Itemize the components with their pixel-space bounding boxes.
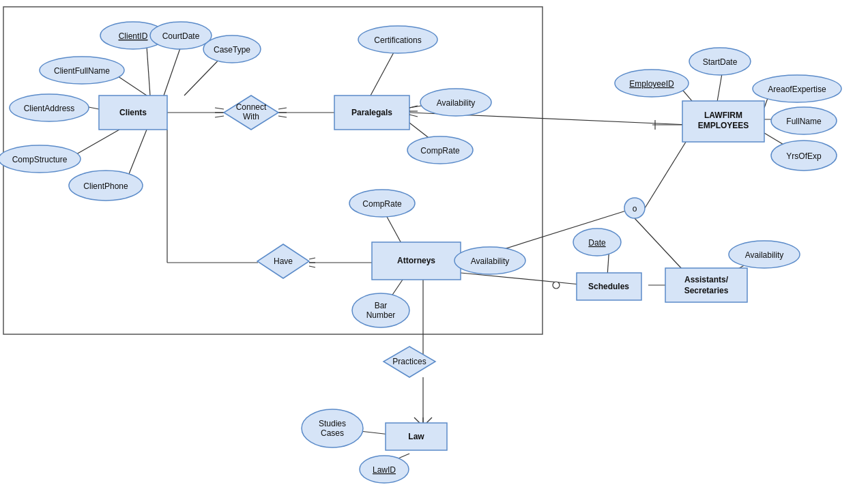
- line-attorneys-schedules: [461, 273, 587, 285]
- attr-barnumber-label1: Bar: [375, 301, 388, 310]
- entity-assistants: [665, 268, 747, 302]
- line-lawfirm-o: [645, 136, 689, 208]
- attr-comprate-para-label: CompRate: [420, 146, 460, 156]
- attr-clientid-label: ClientID: [119, 31, 148, 41]
- attr-employeeid-label: EmployeeID: [629, 79, 674, 89]
- attr-startdate-label: StartDate: [703, 57, 738, 67]
- er-diagram: Clients Paralegals Attorneys LAWFIRM EMP…: [0, 0, 868, 485]
- attr-barnumber-label2: Number: [366, 310, 396, 320]
- crow-prac3: [426, 417, 432, 423]
- attr-clientphone-label: ClientPhone: [83, 181, 128, 191]
- crow6: [278, 116, 287, 117]
- attr-yrsofexp-label: YrsOfExp: [786, 151, 822, 161]
- crow7: [309, 258, 315, 259]
- attr-comprate-att-label: CompRate: [362, 199, 402, 209]
- line-cert-para: [371, 51, 394, 95]
- rel-overlap-label: o: [633, 204, 637, 214]
- attr-courtdate-label: CourtDate: [162, 31, 200, 41]
- entity-schedules-label: Schedules: [588, 282, 629, 291]
- entity-attorneys-label: Attorneys: [397, 256, 435, 265]
- attr-casetype-label: CaseType: [214, 45, 250, 55]
- attr-clientfullname-label: ClientFullName: [54, 66, 110, 76]
- crow-prac1: [414, 417, 420, 423]
- many-para3: [409, 115, 418, 117]
- crow4: [278, 108, 287, 109]
- attr-compstructure-label: CompStructure: [12, 155, 68, 164]
- entity-paralegals-label: Paralegals: [351, 108, 392, 117]
- attr-avail-asst-label: Availability: [745, 250, 783, 260]
- crow9: [309, 266, 315, 267]
- attr-studiescases-label1: Studies: [319, 419, 346, 428]
- entity-law-label: Law: [408, 432, 424, 441]
- attr-certifications-label: Certifications: [374, 35, 421, 45]
- line-o-assistants: [635, 218, 682, 269]
- entity-clients-label: Clients: [119, 108, 147, 117]
- attr-fullname-label: FullName: [786, 117, 822, 126]
- rel-have-label: Have: [274, 256, 293, 266]
- attr-avail-att-label: Availability: [471, 256, 509, 266]
- entity-assistants-label1: Assistants/: [684, 275, 729, 284]
- entity-assistants-label2: Secretaries: [684, 286, 729, 295]
- attr-clientaddress-label: ClientAddress: [24, 104, 75, 113]
- attr-lawid-label: LawID: [373, 465, 396, 475]
- crow3: [215, 116, 224, 117]
- line-courtdate-clients: [164, 46, 181, 95]
- rel-connectwith-label2: With: [243, 112, 259, 121]
- line-phone-clients: [126, 130, 147, 181]
- rel-practices-label: Practices: [392, 357, 426, 366]
- entity-lawfirm-label1: LAWFIRM: [704, 111, 742, 120]
- line-comp-clients: [72, 130, 119, 157]
- zero-circle-sched: [553, 282, 560, 289]
- line-clientid-clients: [147, 46, 150, 95]
- attr-date-label: Date: [588, 238, 606, 248]
- diagram-border: [3, 7, 542, 334]
- attr-areaofexpertise-label: AreaofExpertise: [768, 85, 826, 94]
- entity-lawfirm-label2: EMPLOYEES: [698, 121, 749, 130]
- attr-studiescases-label2: Cases: [321, 428, 344, 438]
- attr-avail-para-label: Availability: [437, 98, 475, 108]
- rel-connectwith-label1: Connect: [236, 102, 267, 112]
- crow1: [215, 108, 224, 109]
